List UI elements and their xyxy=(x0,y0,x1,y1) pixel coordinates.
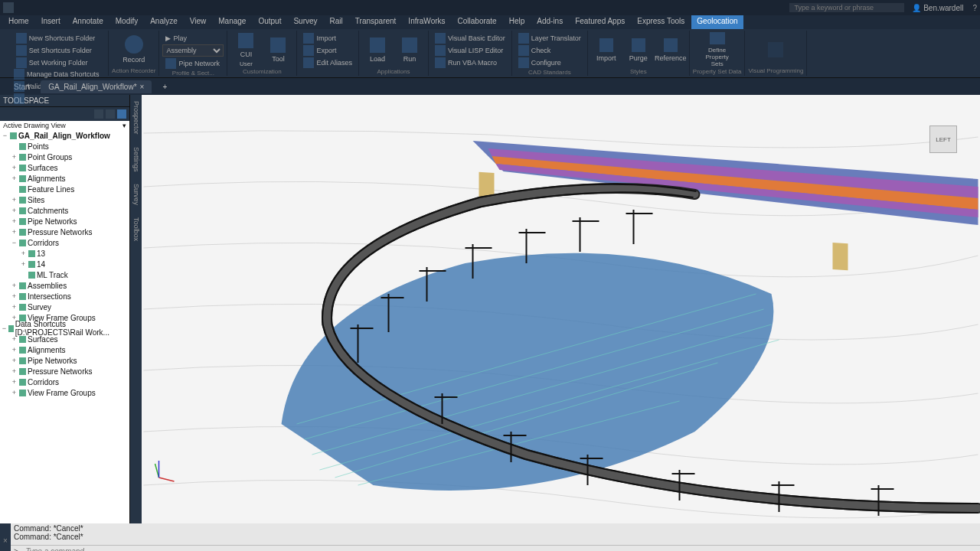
tree-node[interactable]: +Intersections xyxy=(0,291,129,302)
expand-icon[interactable]: + xyxy=(11,196,18,204)
vtab-survey[interactable]: Survey xyxy=(130,178,142,211)
run-script-btn[interactable]: Run xyxy=(394,32,425,67)
menu-view[interactable]: View xyxy=(185,15,212,29)
tree-node[interactable]: −Data Shortcuts [D:\PROJECTS\Rail Work..… xyxy=(0,323,129,334)
tree-node[interactable]: +Point Groups xyxy=(0,152,129,162)
expand-icon[interactable]: + xyxy=(11,292,18,300)
view-selector[interactable]: Active Drawing View▾ xyxy=(0,121,129,130)
load-app-btn[interactable]: Load xyxy=(362,32,393,67)
menu-featured apps[interactable]: Featured Apps xyxy=(570,15,630,29)
tree-node[interactable]: Points xyxy=(0,141,129,152)
menu-add-ins[interactable]: Add-ins xyxy=(531,15,568,29)
expand-icon[interactable]: + xyxy=(11,378,18,386)
expand-icon[interactable]: − xyxy=(2,324,7,332)
ts-icon-1[interactable] xyxy=(94,109,103,119)
tree-node[interactable]: +Alignments xyxy=(0,344,129,355)
menu-help[interactable]: Help xyxy=(504,15,531,29)
expand-icon[interactable]: + xyxy=(11,217,18,225)
tree-node[interactable]: +View Frame Groups xyxy=(0,387,129,398)
assembly-select[interactable]: Assembly xyxy=(162,44,224,57)
tree-node[interactable]: +Catchments xyxy=(0,205,129,216)
tree-node[interactable]: −Corridors xyxy=(0,237,129,248)
play-button[interactable]: ▶ Play xyxy=(162,32,224,44)
check-btn[interactable]: Check xyxy=(515,44,584,56)
menu-manage[interactable]: Manage xyxy=(213,15,251,29)
pipe-network-btn[interactable]: Pipe Network xyxy=(162,57,224,69)
user-label[interactable]: 👤 Ben.wardell xyxy=(912,4,963,12)
record-button[interactable]: Record xyxy=(119,32,149,67)
expand-icon[interactable]: − xyxy=(11,239,18,246)
menu-output[interactable]: Output xyxy=(253,15,286,29)
tree-node[interactable]: Feature Lines xyxy=(0,184,129,194)
help-icon[interactable]: ? xyxy=(972,4,977,12)
tree-node[interactable]: +Pipe Networks xyxy=(0,355,129,366)
vtab-settings[interactable]: Settings xyxy=(130,141,142,178)
expand-icon[interactable]: + xyxy=(11,346,18,354)
expand-icon[interactable]: + xyxy=(11,357,18,364)
cui-button[interactable]: CUIUser xyxy=(230,32,261,67)
ts-help-icon[interactable] xyxy=(117,109,126,119)
tree-node[interactable]: +Sites xyxy=(0,194,129,205)
menu-express tools[interactable]: Express Tools xyxy=(632,15,690,29)
new-tab-button[interactable]: + xyxy=(155,80,175,93)
cmd-close-icon[interactable]: × xyxy=(0,523,11,551)
menu-modify[interactable]: Modify xyxy=(110,15,143,29)
expand-icon[interactable]: + xyxy=(11,164,18,171)
menu-insert[interactable]: Insert xyxy=(36,15,66,29)
expand-icon[interactable]: + xyxy=(11,389,18,396)
tree-node[interactable]: +Assemblies xyxy=(0,280,129,291)
vba-macro-btn[interactable]: Run VBA Macro xyxy=(432,57,508,68)
vtab-toolbox[interactable]: Toolbox xyxy=(130,211,142,247)
import-styles-btn[interactable]: Import xyxy=(591,32,622,67)
tree-node[interactable]: +Survey xyxy=(0,302,129,312)
vb-editor-btn[interactable]: Visual Basic Editor xyxy=(432,32,508,44)
set-shortcuts-folder[interactable]: Set Shortcuts Folder xyxy=(13,44,99,56)
document-tab[interactable]: GA_Rail_Align_Workflow*× xyxy=(41,80,152,93)
manage-data-shortcuts[interactable]: Manage Data Shortcuts xyxy=(11,68,105,80)
tree-node[interactable]: −GA_Rail_Align_Workflow xyxy=(0,130,129,141)
tool-palettes-button[interactable]: Tool xyxy=(263,32,293,67)
ts-icon-2[interactable] xyxy=(106,109,115,119)
expand-icon[interactable]: + xyxy=(11,228,18,236)
vlisp-editor-btn[interactable]: Visual LISP Editor xyxy=(432,44,508,56)
command-input[interactable]: >_Type a command xyxy=(11,545,980,551)
view-cube[interactable]: LEFT xyxy=(929,126,957,153)
menu-transparent[interactable]: Transparent xyxy=(350,15,402,29)
expand-icon[interactable]: + xyxy=(11,367,18,375)
tree-node[interactable]: +Pipe Networks xyxy=(0,216,129,227)
menu-annotate[interactable]: Annotate xyxy=(67,15,109,29)
tree-node[interactable]: +Surfaces xyxy=(0,162,129,173)
expand-icon[interactable]: − xyxy=(2,132,8,139)
menu-geolocation[interactable]: Geolocation xyxy=(691,15,743,29)
set-working-folder[interactable]: Set Working Folder xyxy=(13,57,99,68)
qat-icon[interactable] xyxy=(3,2,14,13)
search-box[interactable]: Type a keyword or phrase xyxy=(789,3,904,12)
visual-programming-btn[interactable] xyxy=(760,32,791,67)
expand-icon[interactable]: + xyxy=(20,249,27,257)
expand-icon[interactable]: + xyxy=(11,282,18,289)
menu-home[interactable]: Home xyxy=(3,15,34,29)
expand-icon[interactable]: + xyxy=(11,335,18,343)
expand-icon[interactable]: + xyxy=(20,260,27,268)
expand-icon[interactable]: + xyxy=(11,303,18,311)
tree-node[interactable]: +Pressure Networks xyxy=(0,366,129,377)
menu-analyze[interactable]: Analyze xyxy=(145,15,183,29)
export-btn[interactable]: Export xyxy=(300,44,355,56)
tree-node[interactable]: +Corridors xyxy=(0,377,129,387)
tree-node[interactable]: +14 xyxy=(0,259,129,269)
tree-node[interactable]: +Pressure Networks xyxy=(0,227,129,237)
purge-styles-btn[interactable]: Purge xyxy=(623,32,654,67)
expand-icon[interactable]: + xyxy=(11,207,18,214)
layer-translator-btn[interactable]: Layer Translator xyxy=(515,32,584,44)
tree-node[interactable]: +13 xyxy=(0,248,129,259)
drawing-canvas[interactable]: LEFT xyxy=(142,95,980,523)
reference-btn[interactable]: Reference xyxy=(655,32,686,67)
expand-icon[interactable]: + xyxy=(11,174,18,182)
menu-survey[interactable]: Survey xyxy=(288,15,322,29)
menu-collaborate[interactable]: Collaborate xyxy=(452,15,502,29)
import-btn[interactable]: Import xyxy=(300,32,355,44)
vtab-prospector[interactable]: Prospector xyxy=(130,95,142,141)
define-property-sets-btn[interactable]: Define Property Sets xyxy=(702,32,733,67)
configure-btn[interactable]: Configure xyxy=(515,57,584,68)
edit-aliases-btn[interactable]: Edit Aliases xyxy=(300,57,355,68)
